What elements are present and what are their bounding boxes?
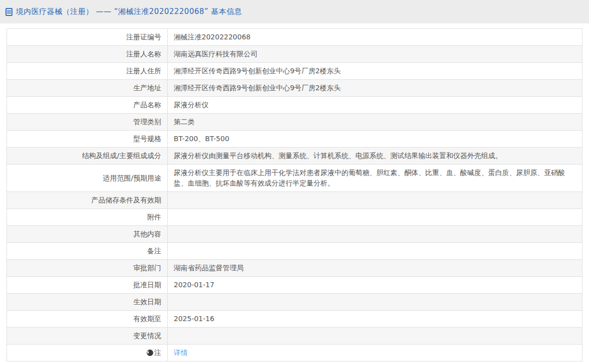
row-value bbox=[168, 209, 583, 226]
detail-link[interactable]: 详情 bbox=[174, 349, 188, 357]
row-value: 2025-01-16 bbox=[168, 311, 583, 328]
row-value: 2020-01-17 bbox=[168, 277, 583, 294]
row-label: 批准日期 bbox=[7, 277, 168, 294]
row-label: 注册证编号 bbox=[7, 29, 168, 46]
table-row: 附件 bbox=[7, 209, 583, 226]
row-value-text: 湘械注准20202220068 bbox=[174, 33, 251, 41]
row-label: 审批部门 bbox=[7, 260, 168, 277]
row-value-text: 2020-01-17 bbox=[174, 281, 214, 289]
row-label: 产品储存条件及有效期 bbox=[7, 192, 168, 209]
row-label-text: 管理类别 bbox=[133, 118, 161, 126]
row-label-text: 有效期至 bbox=[133, 315, 161, 323]
table-container: 注册证编号湘械注准20202220068注册人名称湖南远真医疗科技有限公司注册人… bbox=[0, 23, 589, 362]
row-label: 型号规格 bbox=[7, 131, 168, 148]
row-value: 第二类 bbox=[168, 114, 583, 131]
row-value bbox=[168, 294, 583, 311]
row-label-text: 批准日期 bbox=[133, 281, 161, 289]
row-label: 附件 bbox=[7, 209, 168, 226]
table-row: 备注 bbox=[7, 243, 583, 260]
table-row: 生效日期 bbox=[7, 294, 583, 311]
row-label-text: 产品储存条件及有效期 bbox=[91, 196, 161, 204]
row-value bbox=[168, 328, 583, 345]
document-icon bbox=[5, 8, 12, 16]
row-value: 湖南省药品监督管理局 bbox=[168, 260, 583, 277]
row-value-text: 湘潭经开区传奇西路9号创新创业中心9号厂房2楼东头 bbox=[174, 84, 341, 92]
row-value-text: 湖南省药品监督管理局 bbox=[174, 264, 244, 272]
table-row: 有效期至2025-01-16 bbox=[7, 311, 583, 328]
table-row: 注册证编号湘械注准20202220068 bbox=[7, 29, 583, 46]
row-label: 注册人住所 bbox=[7, 63, 168, 80]
row-label-text: 生产地址 bbox=[133, 84, 161, 92]
page-header: 境内医疗器械（注册） —— “湘械注准20202220068” 基本信息 bbox=[0, 0, 589, 23]
row-value: 尿液分析仪主要用于在临床上用干化学法对患者尿液中的葡萄糖、胆红素、酮体、比重、血… bbox=[168, 165, 583, 192]
table-row: 产品储存条件及有效期 bbox=[7, 192, 583, 209]
row-label-text: 适用范围/预期用途 bbox=[103, 174, 161, 182]
row-value: 湘潭经开区传奇西路9号创新创业中心9号厂房2楼东头 bbox=[168, 63, 583, 80]
row-value: BT-200、BT-500 bbox=[168, 131, 583, 148]
row-label: 生产地址 bbox=[7, 80, 168, 97]
row-label-text: 生效日期 bbox=[133, 298, 161, 306]
registration-info-table: 注册证编号湘械注准20202220068注册人名称湖南远真医疗科技有限公司注册人… bbox=[6, 28, 583, 362]
table-row: 结构及组成/主要组成成分尿液分析仪由测量平台移动机构、测量系统、计算机系统、电源… bbox=[7, 148, 583, 165]
table-row: 注册人住所湘潭经开区传奇西路9号创新创业中心9号厂房2楼东头 bbox=[7, 63, 583, 80]
table-row: 适用范围/预期用途尿液分析仪主要用于在临床上用干化学法对患者尿液中的葡萄糖、胆红… bbox=[7, 165, 583, 192]
table-row: 批准日期2020-01-17 bbox=[7, 277, 583, 294]
row-value-text: 湖南远真医疗科技有限公司 bbox=[174, 50, 258, 58]
row-value-text: 第二类 bbox=[174, 118, 195, 126]
row-label-text: 附件 bbox=[147, 213, 161, 221]
table-row: 审批部门湖南省药品监督管理局 bbox=[7, 260, 583, 277]
row-label: 适用范围/预期用途 bbox=[7, 165, 168, 192]
row-value: 尿液分析仪由测量平台移动机构、测量系统、计算机系统、电源系统、测试结果输出装置和… bbox=[168, 148, 583, 165]
row-label: 备注 bbox=[7, 243, 168, 260]
row-label: 有效期至 bbox=[7, 311, 168, 328]
table-row: 变更情况 bbox=[7, 328, 583, 345]
table-row: 产品名称尿液分析仪 bbox=[7, 97, 583, 114]
page-title: 境内医疗器械（注册） —— “湘械注准20202220068” 基本信息 bbox=[16, 7, 242, 16]
note-icon bbox=[147, 350, 153, 356]
row-value bbox=[168, 226, 583, 243]
row-label: 注册人名称 bbox=[7, 46, 168, 63]
row-value: 湖南远真医疗科技有限公司 bbox=[168, 46, 583, 63]
table-row: 生产地址湘潭经开区传奇西路9号创新创业中心9号厂房2楼东头 bbox=[7, 80, 583, 97]
table-row: 注详情 bbox=[7, 345, 583, 362]
row-label-text: 变更情况 bbox=[133, 332, 161, 340]
row-label-text: 注册人住所 bbox=[126, 67, 161, 75]
row-label-text: 型号规格 bbox=[133, 135, 161, 143]
row-label-text: 其他内容 bbox=[133, 230, 161, 238]
row-label-text: 审批部门 bbox=[133, 264, 161, 272]
row-value: 湘潭经开区传奇西路9号创新创业中心9号厂房2楼东头 bbox=[168, 80, 583, 97]
row-value-text: 尿液分析仪主要用于在临床上用干化学法对患者尿液中的葡萄糖、胆红素、酮体、比重、血… bbox=[174, 169, 565, 187]
row-value: 湘械注准20202220068 bbox=[168, 29, 583, 46]
row-value-text: 湘潭经开区传奇西路9号创新创业中心9号厂房2楼东头 bbox=[174, 67, 341, 75]
row-label: 变更情况 bbox=[7, 328, 168, 345]
row-value-text: BT-200、BT-500 bbox=[174, 135, 229, 143]
row-label: 注 bbox=[7, 345, 168, 362]
row-label: 管理类别 bbox=[7, 114, 168, 131]
table-row: 其他内容 bbox=[7, 226, 583, 243]
row-label: 结构及组成/主要组成成分 bbox=[7, 148, 168, 165]
row-label-text: 备注 bbox=[147, 247, 161, 255]
row-label-text: 产品名称 bbox=[133, 101, 161, 109]
row-label-text: 注册证编号 bbox=[126, 33, 161, 41]
row-value: 尿液分析仪 bbox=[168, 97, 583, 114]
table-row: 注册人名称湖南远真医疗科技有限公司 bbox=[7, 46, 583, 63]
row-value bbox=[168, 243, 583, 260]
row-value: 详情 bbox=[168, 345, 583, 362]
row-label-text: 注 bbox=[154, 349, 161, 357]
row-value-text: 尿液分析仪由测量平台移动机构、测量系统、计算机系统、电源系统、测试结果输出装置和… bbox=[174, 152, 502, 160]
table-row: 管理类别第二类 bbox=[7, 114, 583, 131]
table-row: 型号规格BT-200、BT-500 bbox=[7, 131, 583, 148]
row-label: 其他内容 bbox=[7, 226, 168, 243]
row-label: 产品名称 bbox=[7, 97, 168, 114]
row-label-text: 注册人名称 bbox=[126, 50, 161, 58]
row-value-text: 2025-01-16 bbox=[174, 315, 214, 323]
row-value bbox=[168, 192, 583, 209]
row-value-text: 尿液分析仪 bbox=[174, 101, 209, 109]
row-label: 生效日期 bbox=[7, 294, 168, 311]
row-label-text: 结构及组成/主要组成成分 bbox=[82, 152, 161, 160]
